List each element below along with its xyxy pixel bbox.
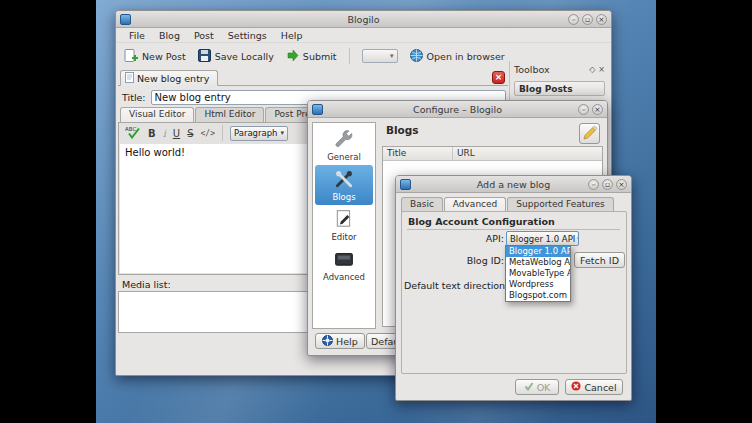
api-option-blogger[interactable]: Blogger 1.0 API bbox=[506, 246, 570, 257]
api-combobox[interactable]: Blogger 1.0 API ▾ bbox=[506, 231, 579, 246]
configure-window-title: Configure – Blogilo bbox=[308, 104, 607, 115]
screen: Blogilo – ▫ × File Blog Post Settings He… bbox=[0, 0, 752, 423]
new-post-button[interactable]: New Post bbox=[124, 49, 186, 64]
submit-icon bbox=[286, 49, 299, 64]
column-title[interactable]: Title bbox=[383, 147, 453, 160]
minimize-icon[interactable]: – bbox=[568, 14, 579, 25]
tab-visual-editor[interactable]: Visual Editor bbox=[120, 107, 194, 122]
menu-blog[interactable]: Blog bbox=[152, 29, 187, 42]
configure-sidebar: General Blogs Editor Advanced bbox=[312, 122, 376, 329]
api-option-metaweblog[interactable]: MetaWeblog API bbox=[506, 257, 570, 268]
column-url[interactable]: URL bbox=[453, 147, 479, 160]
menu-settings[interactable]: Settings bbox=[221, 29, 274, 42]
maximize-icon[interactable]: ▫ bbox=[602, 179, 613, 190]
spellcheck-icon[interactable]: ABC bbox=[125, 125, 141, 141]
toolbox-header: Toolbox ◇ × bbox=[514, 64, 605, 75]
menu-file[interactable]: File bbox=[122, 29, 152, 42]
open-in-browser-button[interactable]: Open in browser bbox=[410, 49, 505, 64]
add-blog-titlebar[interactable]: Add a new blog – ▫ × bbox=[396, 176, 631, 193]
blogilo-app-icon bbox=[312, 104, 323, 115]
sidebar-item-editor[interactable]: Editor bbox=[315, 205, 373, 245]
code-button[interactable]: </> bbox=[201, 129, 215, 138]
blogilo-app-icon bbox=[120, 14, 131, 25]
chevron-down-icon: ▾ bbox=[280, 129, 284, 137]
help-icon bbox=[322, 335, 333, 348]
close-icon[interactable]: × bbox=[596, 14, 607, 25]
api-option-movabletype[interactable]: MovableType API bbox=[506, 268, 570, 279]
submit-button[interactable]: Submit bbox=[286, 49, 337, 64]
api-dropdown-list: Blogger 1.0 API MetaWeblog API MovableTy… bbox=[505, 245, 571, 302]
tab-basic[interactable]: Basic bbox=[401, 197, 443, 212]
minimize-icon[interactable]: – bbox=[578, 104, 589, 115]
toolbar-separator bbox=[349, 48, 350, 64]
wrench-icon bbox=[334, 129, 354, 151]
sidebar-item-blogs[interactable]: Blogs bbox=[315, 165, 373, 205]
save-icon bbox=[198, 49, 211, 64]
blogs-table-header: Title URL bbox=[383, 147, 602, 161]
underline-button[interactable]: U bbox=[173, 128, 180, 139]
menu-help[interactable]: Help bbox=[274, 29, 310, 42]
editor-text: Hello world! bbox=[125, 147, 185, 158]
tab-close-icon[interactable]: × bbox=[492, 71, 505, 84]
main-menubar: File Blog Post Settings Help bbox=[116, 28, 611, 43]
document-icon bbox=[125, 72, 134, 85]
save-locally-button[interactable]: Save Locally bbox=[198, 49, 274, 64]
cancel-button[interactable]: Cancel bbox=[565, 379, 623, 395]
configure-page-title: Blogs bbox=[386, 124, 419, 136]
maximize-icon[interactable]: ▫ bbox=[582, 14, 593, 25]
tab-html-editor[interactable]: Html Editor bbox=[195, 107, 264, 122]
check-icon bbox=[524, 381, 534, 393]
globe-icon bbox=[410, 49, 423, 64]
post-title-label: Title: bbox=[122, 92, 146, 103]
close-icon[interactable]: × bbox=[592, 104, 603, 115]
blog-select-combobox[interactable]: ▾ bbox=[362, 49, 398, 63]
black-box-icon bbox=[334, 249, 354, 271]
fetch-id-button[interactable]: Fetch ID bbox=[574, 252, 625, 268]
tools-icon bbox=[334, 169, 354, 191]
tab-supported-features[interactable]: Supported Features bbox=[507, 197, 613, 212]
chevron-down-icon: ▾ bbox=[577, 235, 579, 243]
chevron-down-icon: ▾ bbox=[390, 52, 394, 60]
pencil-document-icon bbox=[334, 209, 354, 231]
main-titlebar[interactable]: Blogilo – ▫ × bbox=[116, 11, 611, 28]
toolbox-section-blog-posts[interactable]: Blog Posts bbox=[514, 81, 605, 96]
media-list-label: Media list: bbox=[122, 279, 171, 290]
float-panel-icon[interactable]: ◇ bbox=[589, 65, 595, 75]
sidebar-item-advanced[interactable]: Advanced bbox=[315, 245, 373, 285]
edit-blog-button[interactable] bbox=[579, 123, 600, 144]
toolbox-title: Toolbox bbox=[514, 64, 586, 75]
new-post-icon bbox=[124, 49, 138, 64]
add-blog-tabs: Basic Advanced Supported Features bbox=[401, 197, 615, 212]
menu-post[interactable]: Post bbox=[187, 29, 221, 42]
section-title: Blog Account Configuration bbox=[408, 216, 555, 227]
entry-tab-bar: New blog entry × bbox=[118, 70, 508, 86]
add-blog-window: Add a new blog – ▫ × Basic Advanced Supp… bbox=[395, 175, 632, 401]
tab-advanced[interactable]: Advanced bbox=[444, 197, 506, 212]
italic-button[interactable]: i bbox=[163, 128, 166, 139]
pencil-icon bbox=[582, 125, 598, 143]
api-option-wordpress[interactable]: Wordpress bbox=[506, 279, 570, 290]
svg-text:ABC: ABC bbox=[125, 126, 136, 132]
tab-new-blog-entry[interactable]: New blog entry bbox=[120, 70, 218, 86]
blog-id-label: Blog ID: bbox=[404, 255, 504, 266]
close-icon[interactable]: × bbox=[616, 179, 627, 190]
minimize-icon[interactable]: – bbox=[588, 179, 599, 190]
configure-titlebar[interactable]: Configure – Blogilo – × bbox=[308, 101, 607, 118]
main-window-title: Blogilo bbox=[116, 14, 611, 25]
api-option-blogspot[interactable]: Blogspot.com bbox=[506, 290, 570, 301]
paragraph-style-combobox[interactable]: Paragraph ▾ bbox=[230, 126, 288, 141]
ok-button[interactable]: OK bbox=[515, 379, 559, 395]
api-label: API: bbox=[404, 233, 504, 244]
format-separator bbox=[222, 125, 223, 141]
blogilo-app-icon bbox=[400, 179, 411, 190]
help-button[interactable]: Help bbox=[315, 333, 365, 349]
sidebar-item-general[interactable]: General bbox=[315, 125, 373, 165]
cancel-icon bbox=[571, 381, 581, 393]
bold-button[interactable]: B bbox=[148, 128, 156, 139]
strikethrough-button[interactable]: S bbox=[187, 128, 193, 139]
text-direction-label: Default text direction: bbox=[404, 280, 504, 291]
section-divider bbox=[407, 229, 620, 230]
close-panel-icon[interactable]: × bbox=[598, 65, 605, 75]
